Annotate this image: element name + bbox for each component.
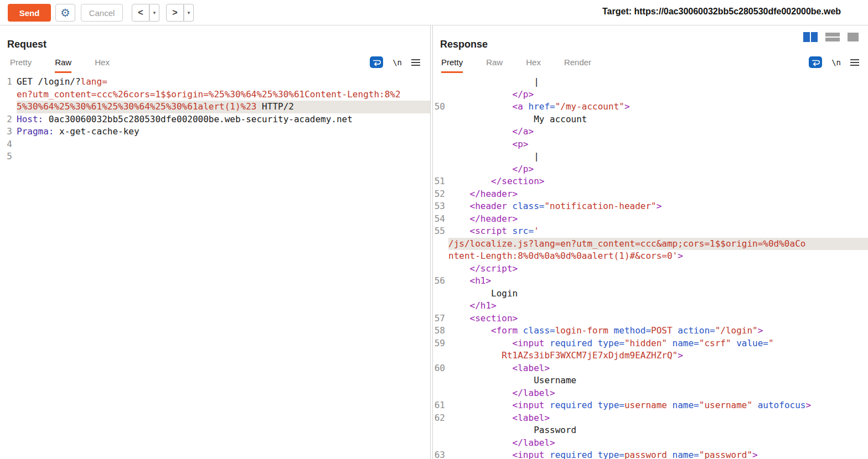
- line-number: [433, 288, 448, 300]
- chevron-down-icon: ▼: [152, 11, 157, 15]
- code-line: 54 </header>: [433, 213, 868, 226]
- code-line: 53 <header class="notification-header">: [433, 200, 868, 213]
- line-text: </p>: [448, 88, 868, 101]
- response-tab-raw[interactable]: Raw: [486, 58, 503, 73]
- code-line: 63 <input required type=password name="p…: [433, 449, 868, 459]
- line-number: 50: [433, 101, 448, 113]
- code-line: 2Host: 0ac30060032bb5c280530dfe002000be.…: [3, 113, 430, 126]
- line-number: 5: [3, 150, 17, 163]
- request-editor-tools: \n: [370, 56, 420, 68]
- code-line: 55 <script src=': [433, 225, 868, 238]
- history-forward-group: > ▼: [166, 4, 194, 22]
- line-text: <input required type="hidden" name="csrf…: [448, 337, 868, 350]
- code-line: 4: [3, 138, 430, 151]
- code-line: Login: [433, 288, 868, 300]
- code-line: </h1>: [433, 300, 868, 312]
- response-tab-hex[interactable]: Hex: [526, 58, 541, 73]
- line-number: [433, 150, 448, 163]
- line-number: [433, 300, 448, 312]
- code-line: 57 <section>: [433, 312, 868, 325]
- code-line: </label>: [433, 387, 868, 400]
- line-number: 51: [433, 175, 448, 188]
- response-tab-pretty[interactable]: Pretty: [441, 58, 463, 73]
- request-panel: Request Pretty Raw Hex \n 1GET /login/?l…: [0, 25, 431, 459]
- line-text: Password: [448, 424, 868, 437]
- line-text: [17, 150, 430, 163]
- line-text: [17, 138, 430, 151]
- line-text: Rt1AZs3ibF3WXCM7jE7xDjdm9EAZHZrQ">: [448, 350, 868, 362]
- line-text: <label>: [448, 362, 868, 375]
- layout-rows-button[interactable]: [825, 32, 840, 43]
- line-text: </label>: [448, 437, 868, 450]
- back-button[interactable]: <: [132, 4, 149, 22]
- line-text: </h1>: [448, 300, 868, 312]
- code-line: en?utm_content=ccc%26cors=1$$origin=%25%…: [3, 88, 430, 101]
- line-text: Pragma: x-get-cache-key: [17, 126, 430, 138]
- line-text: en?utm_content=ccc%26cors=1$$origin=%25%…: [17, 88, 430, 101]
- target-host: https://0ac30060032bb5c280530dfe002000be…: [634, 7, 841, 16]
- line-text: <section>: [448, 312, 868, 325]
- line-number: 52: [433, 188, 448, 201]
- line-text: GET /login/?lang=: [17, 76, 430, 88]
- request-tab-hex[interactable]: Hex: [95, 58, 110, 73]
- response-tab-render[interactable]: Render: [564, 58, 591, 73]
- line-text: 5%30%64%25%30%61%25%30%64%25%30%61alert(…: [17, 101, 430, 113]
- soft-wrap-icon[interactable]: [370, 56, 383, 68]
- code-line: </script>: [433, 263, 868, 275]
- line-number: 55: [433, 225, 448, 238]
- code-line: My account: [433, 113, 868, 126]
- line-number: 58: [433, 325, 448, 337]
- show-newlines-toggle[interactable]: \n: [392, 58, 402, 67]
- code-line: </a>: [433, 126, 868, 138]
- menu-icon[interactable]: [411, 59, 420, 66]
- line-number: 60: [433, 362, 448, 375]
- line-text: <p>: [448, 138, 868, 151]
- line-text: ntent-Length:8%0d%0a%0d%0aalert(1)#&cors…: [448, 250, 868, 263]
- settings-button[interactable]: ⚙: [55, 4, 75, 22]
- line-number: [433, 76, 448, 88]
- code-line: 58 <form class=login-form method=POST ac…: [433, 325, 868, 337]
- response-viewer[interactable]: | </p>50 <a href="/my-account"> My accou…: [433, 76, 868, 459]
- response-title: Response: [440, 39, 488, 50]
- line-number: 63: [433, 449, 448, 459]
- forward-dropdown-button[interactable]: ▼: [184, 4, 194, 22]
- soft-wrap-icon[interactable]: [809, 56, 822, 68]
- response-viewer-tools: \n: [809, 56, 859, 68]
- cancel-button[interactable]: Cancel: [81, 4, 123, 22]
- code-line: Username: [433, 374, 868, 387]
- code-line: 56 <h1>: [433, 275, 868, 288]
- code-line: /js/localize.js?lang=en?utm_content=ccc&…: [433, 238, 868, 251]
- layout-single-button[interactable]: [847, 32, 859, 43]
- menu-icon[interactable]: [850, 59, 859, 66]
- line-number: 61: [433, 399, 448, 412]
- request-tab-raw[interactable]: Raw: [55, 58, 71, 73]
- line-text: Username: [448, 374, 868, 387]
- code-line: <p>: [433, 138, 868, 151]
- line-number: 1: [3, 76, 17, 88]
- back-dropdown-button[interactable]: ▼: [149, 4, 159, 22]
- code-line: Password: [433, 424, 868, 437]
- line-text: <input required type=password name="pass…: [448, 449, 868, 459]
- toolbar: Send ⚙ Cancel < ▼ > ▼ Target: https://0a…: [0, 0, 868, 25]
- line-number: 59: [433, 337, 448, 350]
- line-number: [3, 101, 17, 113]
- code-line: 59 <input required type="hidden" name="c…: [433, 337, 868, 350]
- line-number: [433, 424, 448, 437]
- line-text: </p>: [448, 163, 868, 176]
- show-newlines-toggle[interactable]: \n: [831, 58, 841, 67]
- layout-columns-button[interactable]: [803, 32, 818, 43]
- line-text: |: [448, 76, 868, 88]
- line-text: My account: [448, 113, 868, 126]
- send-button[interactable]: Send: [8, 4, 51, 22]
- request-tab-pretty[interactable]: Pretty: [10, 58, 32, 73]
- code-line: ntent-Length:8%0d%0a%0d%0aalert(1)#&cors…: [433, 250, 868, 263]
- line-number: [433, 350, 448, 362]
- line-number: [3, 88, 17, 101]
- line-number: [433, 263, 448, 275]
- line-text: <form class=login-form method=POST actio…: [448, 325, 868, 337]
- forward-button[interactable]: >: [166, 4, 184, 22]
- request-editor[interactable]: 1GET /login/?lang=en?utm_content=ccc%26c…: [0, 76, 430, 459]
- line-text: <header class="notification-header">: [448, 200, 868, 213]
- code-line: |: [433, 150, 868, 163]
- line-text: <input required type=username name="user…: [448, 399, 868, 412]
